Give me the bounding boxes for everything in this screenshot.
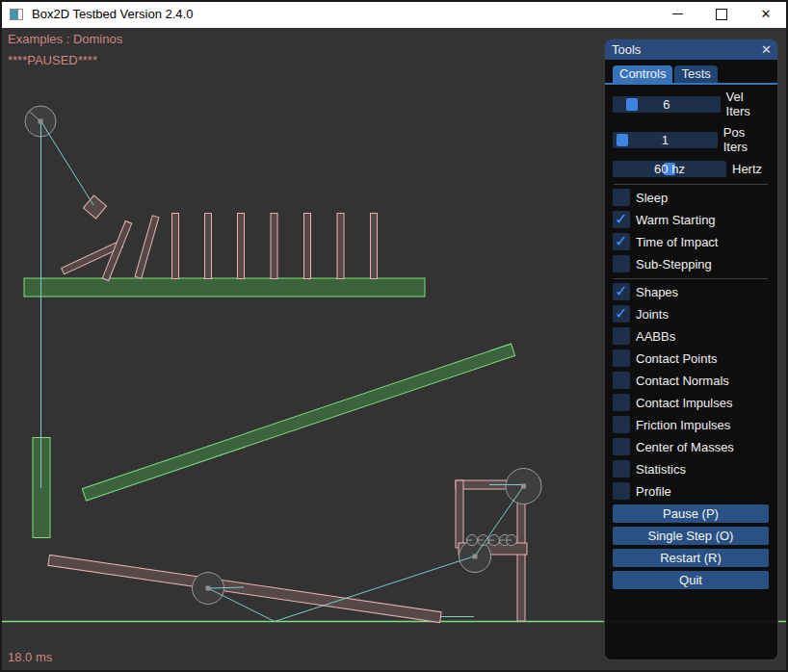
check-icon: ✓ <box>613 211 630 228</box>
dynamic-body-rect[interactable] <box>172 214 179 279</box>
center-of-mass-marker <box>39 119 43 124</box>
app-icon <box>10 9 23 20</box>
checkbox-contact-points[interactable]: ✓ Contact Points <box>613 349 769 367</box>
window-titlebar[interactable]: Box2D Testbed Version 2.4.0 ✕ <box>0 0 788 28</box>
vel-iters-slider[interactable]: 6 <box>613 96 721 113</box>
hertz-slider[interactable]: 60 hz <box>613 161 726 177</box>
checkbox-statistics[interactable]: ✓ Statistics <box>613 460 769 478</box>
center-of-mass-marker <box>206 586 211 591</box>
checkbox-center-of-masses[interactable]: ✓ Center of Masses <box>613 438 769 455</box>
dynamic-body-rect[interactable] <box>48 555 441 622</box>
checkbox-contact-impulses[interactable]: ✓ Contact Impulses <box>613 394 769 411</box>
separator <box>614 278 768 279</box>
static-body-rect[interactable] <box>24 278 425 297</box>
tools-panel-titlebar[interactable]: Tools ✕ <box>605 39 777 60</box>
dynamic-body-rect[interactable] <box>271 214 277 279</box>
slider-row: 1 Pos Iters <box>613 125 769 154</box>
slider-label: Hertz <box>732 162 762 176</box>
dynamic-body-rect[interactable] <box>371 214 378 279</box>
checkbox-profile[interactable]: ✓ Profile <box>613 482 769 500</box>
static-body-rect[interactable] <box>82 344 514 501</box>
minimize-button[interactable] <box>655 0 699 28</box>
checkbox-warm-starting[interactable]: ✓ Warm Starting <box>613 211 769 228</box>
tab-bar: Controls Tests <box>605 65 777 85</box>
paused-label: ****PAUSED**** <box>8 53 97 67</box>
slider-label: Pos Iters <box>723 125 769 154</box>
dynamic-body-rect[interactable] <box>84 195 107 219</box>
close-button[interactable]: ✕ <box>744 0 788 28</box>
joint-line <box>41 121 94 205</box>
tools-close-icon[interactable]: ✕ <box>761 43 772 56</box>
dynamic-body-rect[interactable] <box>337 214 344 279</box>
slider-label: Vel Iters <box>726 90 769 118</box>
minimize-icon <box>672 13 683 14</box>
center-of-mass-marker <box>473 555 478 559</box>
restart-button[interactable]: Restart (R) <box>613 549 769 567</box>
slider-row: 6 Vel Iters <box>613 90 769 118</box>
quit-button[interactable]: Quit <box>613 571 769 589</box>
example-label: Examples : Dominos <box>8 32 122 46</box>
window-title: Box2D Testbed Version 2.4.0 <box>32 7 193 21</box>
slider-value: 60 hz <box>613 161 726 177</box>
center-of-mass-marker <box>521 484 526 489</box>
single-step-button[interactable]: Single Step (O) <box>613 527 769 545</box>
checkbox-contact-normals[interactable]: ✓ Contact Normals <box>613 372 769 389</box>
maximize-button[interactable] <box>699 0 744 28</box>
tab-controls[interactable]: Controls <box>613 65 672 83</box>
slider-value: 6 <box>613 96 721 113</box>
checkbox-shapes[interactable]: ✓ Shapes <box>613 283 769 300</box>
check-icon: ✓ <box>613 233 630 250</box>
checkbox-time-of-impact[interactable]: ✓ Time of Impact <box>613 233 769 250</box>
dynamic-body-rect[interactable] <box>456 480 463 548</box>
checkbox-sleep[interactable]: ✓ Sleep <box>613 189 769 206</box>
pause-button[interactable]: Pause (P) <box>613 504 769 523</box>
app-window: Examples : Dominos ****PAUSED**** 18.0 m… <box>0 0 788 672</box>
pos-iters-slider[interactable]: 1 <box>613 132 718 148</box>
checkbox-friction-impulses[interactable]: ✓ Friction Impulses <box>613 416 769 433</box>
slider-value: 1 <box>613 132 718 148</box>
dynamic-body-rect[interactable] <box>205 214 212 279</box>
tools-panel: Tools ✕ Controls Tests 6 Vel Iters 1 Pos… <box>604 39 778 660</box>
dynamic-body-rect[interactable] <box>135 216 159 278</box>
dynamic-body-rect[interactable] <box>238 214 245 279</box>
tools-panel-title: Tools <box>612 42 641 57</box>
dynamic-body-rect[interactable] <box>304 214 311 279</box>
checkbox-joints[interactable]: ✓ Joints <box>613 305 769 323</box>
separator <box>614 184 768 185</box>
frame-time-label: 18.0 ms <box>8 650 52 664</box>
checkbox-aabbs[interactable]: ✓ AABBs <box>613 327 769 345</box>
maximize-icon <box>716 9 727 20</box>
checkbox-sub-stepping[interactable]: ✓ Sub-Stepping <box>613 255 769 272</box>
check-icon: ✓ <box>613 305 630 323</box>
tab-tests[interactable]: Tests <box>674 65 717 83</box>
slider-row: 60 hz Hertz <box>613 161 769 177</box>
check-icon: ✓ <box>613 283 630 300</box>
close-icon: ✕ <box>761 8 772 20</box>
